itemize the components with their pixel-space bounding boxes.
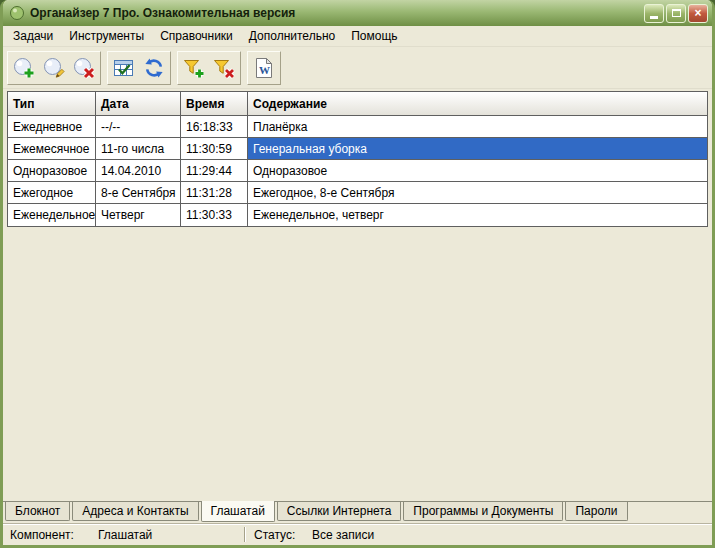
- tab-programs-documents[interactable]: Программы и Документы: [403, 502, 563, 521]
- cell-time[interactable]: 11:29:44: [181, 160, 248, 182]
- cell-type[interactable]: Ежемесячное: [8, 138, 96, 160]
- tab-passwords[interactable]: Пароли: [565, 502, 627, 521]
- minimize-button[interactable]: [644, 4, 664, 23]
- tab-herald[interactable]: Глашатай: [201, 501, 275, 522]
- delete-record-button[interactable]: [69, 53, 99, 83]
- statusbar-separator: [244, 527, 246, 542]
- menu-item-directories[interactable]: Справочники: [152, 27, 241, 45]
- delete-record-icon: [72, 56, 96, 80]
- cell-type[interactable]: Одноразовое: [8, 160, 96, 182]
- cell-date[interactable]: --/--: [96, 116, 181, 138]
- cell-content[interactable]: Ежегодное, 8-е Сентября: [248, 182, 707, 204]
- menu-item-tasks[interactable]: Задачи: [5, 27, 61, 45]
- component-label: Компонент:: [10, 528, 98, 542]
- content-area: ТипДатаВремяСодержаниеЕжедневное--/--16:…: [3, 89, 712, 501]
- app-window: Органайзер 7 Про. Ознакомительная версия…: [0, 0, 715, 548]
- set-filter-button[interactable]: [179, 53, 209, 83]
- column-header-date[interactable]: Дата: [96, 92, 181, 116]
- table-header-row: ТипДатаВремяСодержание: [8, 92, 707, 116]
- cell-content[interactable]: Генеральная уборка: [248, 138, 707, 160]
- toolbar-group: [7, 51, 101, 85]
- cell-date[interactable]: 14.04.2010: [96, 160, 181, 182]
- close-icon: ×: [694, 7, 701, 19]
- cell-content[interactable]: Одноразовое: [248, 160, 707, 182]
- svg-text:W: W: [259, 63, 270, 75]
- cell-time[interactable]: 11:30:59: [181, 138, 248, 160]
- maximize-button[interactable]: [666, 4, 686, 23]
- window-controls: ×: [644, 4, 708, 23]
- close-button[interactable]: ×: [688, 4, 708, 23]
- app-icon: [9, 5, 25, 21]
- table-row[interactable]: Ежемесячное11-го числа11:30:59Генеральна…: [8, 138, 707, 160]
- toolbar-group: W: [247, 51, 281, 85]
- status-value: Все записи: [312, 528, 712, 542]
- status-bar: Компонент: Глашатай Статус: Все записи: [3, 523, 712, 545]
- toolbar: W: [3, 47, 712, 89]
- cell-type[interactable]: Еженедельное: [8, 204, 96, 226]
- cell-date[interactable]: 8-е Сентября: [96, 182, 181, 204]
- cell-date[interactable]: 11-го числа: [96, 138, 181, 160]
- tab-internet-links[interactable]: Ссылки Интернета: [277, 502, 401, 521]
- cell-content[interactable]: Еженедельное, четверг: [248, 204, 707, 226]
- cell-type[interactable]: Ежедневное: [8, 116, 96, 138]
- title-bar: Органайзер 7 Про. Ознакомительная версия…: [3, 0, 712, 26]
- add-record-button[interactable]: [9, 53, 39, 83]
- minimize-icon: [650, 16, 658, 19]
- cell-type[interactable]: Ежегодное: [8, 182, 96, 204]
- filter-clear-icon: [212, 56, 236, 80]
- check-dates-button[interactable]: [109, 53, 139, 83]
- toolbar-group: [107, 51, 171, 85]
- menu-bar: ЗадачиИнструментыСправочникиДополнительн…: [3, 26, 712, 47]
- edit-record-icon: [42, 56, 66, 80]
- table-row[interactable]: Одноразовое14.04.201011:29:44Одноразовое: [8, 160, 707, 182]
- table-row[interactable]: Ежегодное8-е Сентября11:31:28Ежегодное, …: [8, 182, 707, 204]
- table-row[interactable]: ЕженедельноеЧетверг11:30:33Еженедельное,…: [8, 204, 707, 226]
- filter-add-icon: [182, 56, 206, 80]
- cell-time[interactable]: 11:31:28: [181, 182, 248, 204]
- tab-strip: БлокнотАдреса и КонтактыГлашатайСсылки И…: [3, 501, 712, 523]
- maximize-icon: [672, 9, 681, 17]
- export-word-button[interactable]: W: [249, 53, 279, 83]
- status-label: Статус:: [254, 528, 312, 542]
- add-record-icon: [12, 56, 36, 80]
- column-header-content[interactable]: Содержание: [248, 92, 707, 116]
- column-header-time[interactable]: Время: [181, 92, 248, 116]
- word-export-icon: W: [252, 56, 276, 80]
- tab-notebook[interactable]: Блокнот: [5, 502, 70, 521]
- refresh-icon: [142, 56, 166, 80]
- table-row[interactable]: Ежедневное--/--16:18:33Планёрка: [8, 116, 707, 138]
- cell-date[interactable]: Четверг: [96, 204, 181, 226]
- calendar-check-icon: [112, 56, 136, 80]
- edit-record-button[interactable]: [39, 53, 69, 83]
- records-table: ТипДатаВремяСодержаниеЕжедневное--/--16:…: [7, 91, 708, 227]
- refresh-button[interactable]: [139, 53, 169, 83]
- menu-item-additional[interactable]: Дополнительно: [241, 27, 343, 45]
- cell-time[interactable]: 11:30:33: [181, 204, 248, 226]
- tab-addresses-contacts[interactable]: Адреса и Контакты: [72, 502, 198, 521]
- menu-item-tools[interactable]: Инструменты: [61, 27, 152, 45]
- toolbar-group: [177, 51, 241, 85]
- cell-time[interactable]: 16:18:33: [181, 116, 248, 138]
- cell-content[interactable]: Планёрка: [248, 116, 707, 138]
- window-title: Органайзер 7 Про. Ознакомительная версия: [30, 6, 639, 20]
- component-value: Глашатай: [98, 528, 244, 542]
- menu-item-help[interactable]: Помощь: [343, 27, 405, 45]
- clear-filter-button[interactable]: [209, 53, 239, 83]
- column-header-type[interactable]: Тип: [8, 92, 96, 116]
